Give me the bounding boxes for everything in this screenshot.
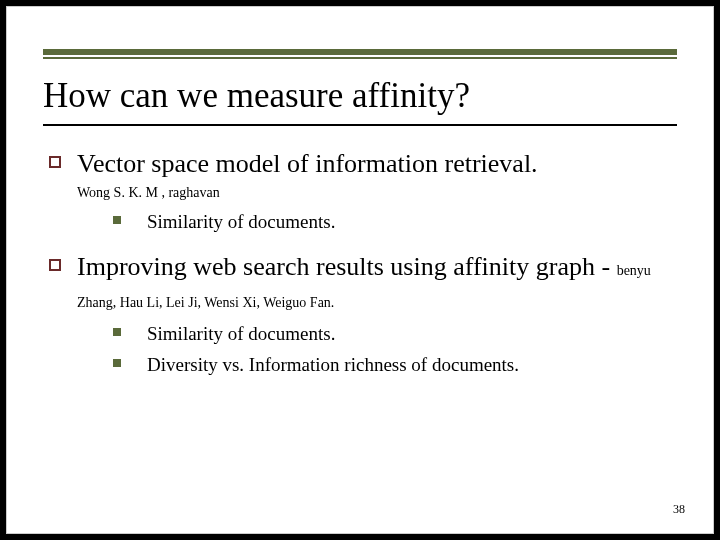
square-filled-icon bbox=[113, 359, 121, 367]
square-filled-icon bbox=[113, 216, 121, 224]
list-item-text: Similarity of documents. bbox=[147, 211, 335, 232]
list-item: Improving web search results using affin… bbox=[43, 251, 677, 316]
title-underline bbox=[43, 124, 677, 126]
slide: How can we measure affinity? Vector spac… bbox=[6, 6, 714, 534]
list-item: Similarity of documents. bbox=[43, 322, 677, 347]
list-item: Diversity vs. Information richness of do… bbox=[43, 353, 677, 378]
author-line: Wong S. K. M , raghavan bbox=[43, 184, 677, 202]
square-outline-icon bbox=[49, 259, 61, 271]
list-item-text: Similarity of documents. bbox=[147, 323, 335, 344]
page-number: 38 bbox=[673, 502, 685, 517]
list-item-text: Diversity vs. Information richness of do… bbox=[147, 354, 519, 375]
list-item: Vector space model of information retrie… bbox=[43, 148, 677, 181]
title-block: How can we measure affinity? bbox=[43, 77, 677, 126]
list-item-text: Improving web search results using affin… bbox=[77, 252, 651, 314]
list-item: Similarity of documents. bbox=[43, 210, 677, 235]
slide-title: How can we measure affinity? bbox=[43, 77, 677, 116]
decoration-top-bar-thin bbox=[43, 57, 677, 59]
list-item-text: Vector space model of information retrie… bbox=[77, 149, 538, 178]
square-outline-icon bbox=[49, 156, 61, 168]
square-filled-icon bbox=[113, 328, 121, 336]
content: Vector space model of information retrie… bbox=[43, 148, 677, 378]
decoration-top-bar-thick bbox=[43, 49, 677, 55]
